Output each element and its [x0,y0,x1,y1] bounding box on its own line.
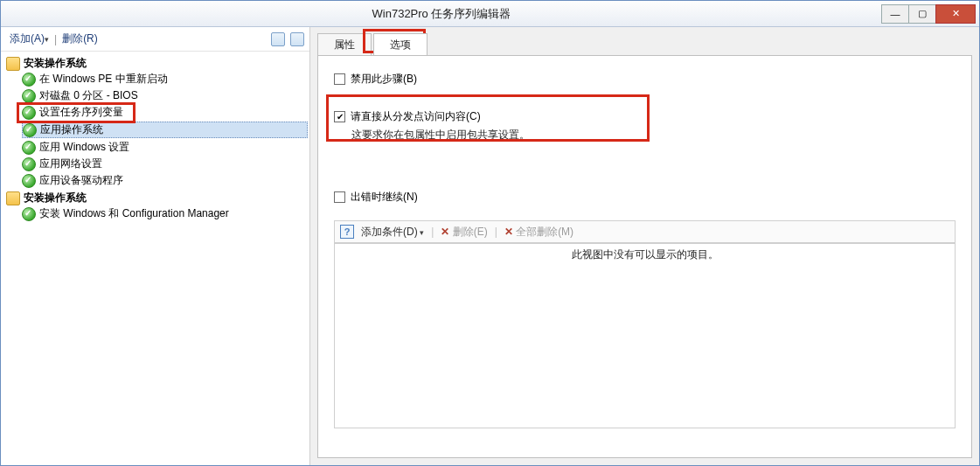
minimize-button[interactable]: — [881,4,909,24]
tree-item[interactable]: 应用 Windows 设置 [39,140,129,155]
check-icon [22,73,36,87]
toolbar-icon-1[interactable] [271,32,285,46]
conditions-toolbar: ? 添加条件(D) ▾ | ✕ 删除(E) | ✕ 全部删除(M) [334,220,956,243]
options-pane: 禁用此步骤(B) 请直接从分发点访问内容(C) 这要求你在包属性中启用包共享设置… [317,55,972,458]
help-icon[interactable]: ? [340,225,354,239]
close-button[interactable]: ✕ [935,4,976,24]
toolbar-icon-2[interactable] [290,32,304,46]
conditions-list[interactable]: 此视图中没有可以显示的项目。 [334,243,956,428]
checkbox-access-content[interactable] [334,111,345,122]
maximize-button[interactable]: ▢ [908,4,936,24]
folder-icon [6,57,20,71]
tab-properties[interactable]: 属性 [317,33,372,55]
left-toolbar: 添加(A) | 删除(R) [1,27,309,52]
window-buttons: — ▢ ✕ [882,4,976,24]
label-disable-step: 禁用此步骤(B) [351,72,417,87]
toolbar-separator: | [52,33,59,45]
tree-item-selected[interactable]: 应用操作系统 [40,122,103,137]
tree-group-label[interactable]: 安装操作系统 [24,191,87,205]
label-access-content: 请直接从分发点访问内容(C) [351,109,481,124]
folder-icon [6,191,20,205]
separator: | [431,226,434,238]
check-icon [22,106,36,120]
window-title: Win732Pro 任务序列编辑器 [1,6,882,22]
separator: | [495,226,497,238]
tree-item[interactable]: 应用网络设置 [39,156,102,171]
tree-item[interactable]: 对磁盘 0 分区 - BIOS [39,88,138,103]
tree-item[interactable]: 应用设备驱动程序 [39,173,123,188]
delete-all-conditions-button: ✕ 全部删除(M) [504,225,573,240]
check-icon [23,123,37,137]
task-tree[interactable]: 安装操作系统 在 Windows PE 中重新启动 对磁盘 0 分区 - BIO… [1,52,309,465]
check-icon [22,207,36,221]
titlebar: Win732Pro 任务序列编辑器 — ▢ ✕ [1,1,979,27]
add-menu[interactable]: 添加(A) [6,31,52,46]
label-access-content-note: 这要求你在包属性中启用包共享设置。 [351,128,956,143]
tree-item[interactable]: 安装 Windows 和 Configuration Manager [39,206,229,221]
check-icon [22,89,36,103]
tab-strip: 属性 选项 [317,32,972,55]
label-continue-on-error: 出错时继续(N) [351,190,418,205]
checkbox-continue-on-error[interactable] [334,191,345,203]
right-panel: 属性 选项 禁用此步骤(B) 请直接从分发点访问内容(C) 这要求你在包属性中启… [310,27,979,465]
tab-options[interactable]: 选项 [373,33,427,55]
add-condition-button[interactable]: 添加条件(D) ▾ [361,225,424,240]
check-icon [22,141,36,155]
delete-condition-button: ✕ 删除(E) [441,225,487,240]
check-icon [22,157,36,171]
checkbox-disable-step[interactable] [334,73,345,85]
tree-group-label[interactable]: 安装操作系统 [24,56,87,71]
tree-item[interactable]: 在 Windows PE 中重新启动 [39,72,168,87]
empty-list-message: 此视图中没有可以显示的项目。 [572,247,719,262]
check-icon [22,174,36,188]
left-panel: 添加(A) | 删除(R) 安装操作系统 在 Windows PE 中重新启动 … [1,27,310,465]
tree-item[interactable]: 设置任务序列变量 [39,105,123,120]
remove-menu[interactable]: 删除(R) [59,31,101,46]
